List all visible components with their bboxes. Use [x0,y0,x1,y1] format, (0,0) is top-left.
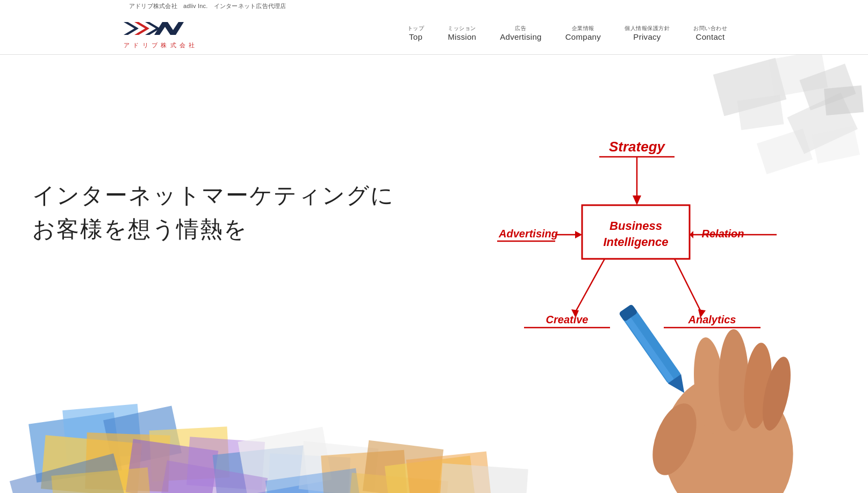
nav-item-company[interactable]: 企業情報 Company [554,25,613,41]
logo-area[interactable]: ア ド リ ブ 株 式 会 社 [124,17,196,49]
top-bar: アドリブ株式会社 adliv Inc. インターネット広告代理店 [0,0,868,12]
header: ア ド リ ブ 株 式 会 社 トップ Top ミッション Mission 広告… [0,12,868,55]
svg-rect-8 [824,85,864,115]
nav-privacy-jp: 個人情報保護方針 [625,25,670,32]
nav-item-advertising[interactable]: 広告 Advertising [488,25,554,41]
logo-icon [124,17,188,40]
svg-rect-56 [621,310,674,383]
nav-top-jp: トップ [407,25,425,32]
svg-marker-36 [633,195,641,205]
hero-headline-line1: インターネットマーケティングに [32,178,395,212]
nav-privacy-en: Privacy [633,32,661,41]
svg-text:Strategy: Strategy [609,139,666,155]
nav-top-en: Top [409,32,422,41]
svg-marker-0 [124,22,139,35]
svg-text:Advertising: Advertising [498,228,558,240]
nav-item-top[interactable]: トップ Top [396,25,436,41]
nav-advertising-en: Advertising [500,32,542,41]
hand-pen-illustration [578,224,836,493]
nav-item-mission[interactable]: ミッション Mission [436,25,488,41]
nav-mission-en: Mission [448,32,476,41]
hero-headline-line2: お客様を想う情熱を [32,212,395,246]
main-nav: トップ Top ミッション Mission 広告 Advertising 企業情… [396,25,739,41]
nav-item-privacy[interactable]: 個人情報保護方針 Privacy [613,25,682,41]
nav-advertising-jp: 広告 [515,25,526,32]
nav-company-en: Company [565,32,601,41]
nav-contact-en: Contact [696,32,725,41]
svg-rect-32 [439,463,528,493]
nav-company-jp: 企業情報 [572,25,594,32]
top-bar-text: アドリブ株式会社 adliv Inc. インターネット広告代理店 [129,2,286,10]
svg-point-62 [719,329,749,431]
svg-rect-6 [737,95,784,130]
logo-text: ア ド リ ブ 株 式 会 社 [124,41,196,49]
hero-section: インターネットマーケティングに お客様を想う情熱を Strategy Busin… [0,55,868,493]
nav-contact-jp: お問い合わせ [693,25,727,32]
hero-text: インターネットマーケティングに お客様を想う情熱を [32,178,395,246]
nav-item-contact[interactable]: お問い合わせ Contact [682,25,739,41]
nav-mission-jp: ミッション [448,25,476,32]
